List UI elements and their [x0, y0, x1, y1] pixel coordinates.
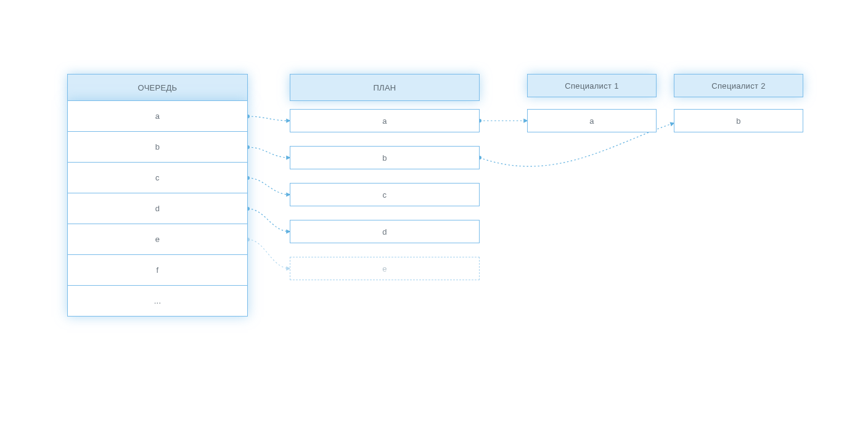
spec1-header: Специалист 1 [527, 74, 657, 97]
plan-header: ПЛАН [290, 74, 480, 101]
spec2-header-label: Специалист 2 [711, 81, 765, 91]
queue-cell: a [155, 111, 160, 121]
queue-header-label: ОЧЕРЕДЬ [138, 83, 178, 92]
plan-header-label: ПЛАН [373, 83, 396, 92]
plan-item: d [290, 220, 480, 243]
queue-row: d [68, 193, 247, 224]
queue-cell: c [155, 173, 160, 182]
spec1-header-label: Специалист 1 [565, 81, 618, 91]
diagram-stage: ОЧЕРЕДЬ a b c d e f ... ПЛАН a b c d e С… [0, 0, 868, 428]
queue-row: b [68, 131, 247, 162]
queue-cell: d [155, 204, 160, 213]
spec2-item: b [674, 109, 803, 132]
queue-table: a b c d e f ... [67, 100, 248, 317]
queue-cell: f [157, 265, 159, 275]
plan-item: a [290, 109, 480, 132]
queue-row: c [68, 162, 247, 193]
spec1-item-label: a [589, 116, 594, 126]
plan-item-label: c [383, 190, 387, 200]
spec2-header: Специалист 2 [674, 74, 803, 97]
queue-row: f [68, 254, 247, 285]
plan-item-label: d [382, 227, 387, 236]
plan-item-label: a [382, 116, 387, 126]
queue-row: ... [68, 285, 247, 316]
plan-item-label: e [382, 264, 387, 273]
queue-cell: b [155, 142, 160, 151]
plan-item: b [290, 146, 480, 169]
queue-row: a [68, 100, 247, 131]
queue-cell: ... [154, 296, 162, 305]
plan-item-ghost: e [290, 257, 480, 280]
spec1-item: a [527, 109, 657, 132]
plan-item: c [290, 183, 480, 206]
queue-row: e [68, 224, 247, 254]
spec2-item-label: b [736, 116, 741, 126]
plan-item-label: b [382, 153, 387, 163]
queue-cell: e [155, 235, 160, 244]
queue-header: ОЧЕРЕДЬ [67, 74, 248, 101]
